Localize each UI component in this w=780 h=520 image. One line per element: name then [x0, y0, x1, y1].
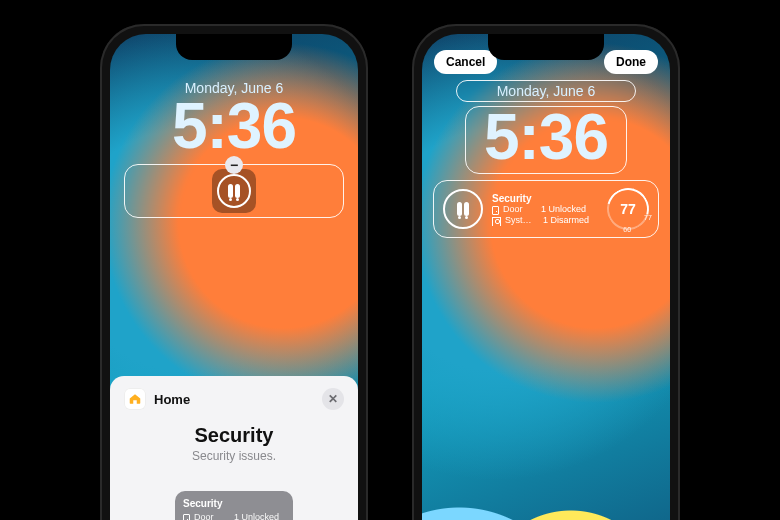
- remove-widget-button[interactable]: −: [225, 156, 243, 174]
- close-sheet-button[interactable]: ✕: [322, 388, 344, 410]
- lockscreen-date: Monday, June 6: [497, 83, 596, 99]
- airpods-widget[interactable]: [440, 186, 486, 232]
- system-icon: [492, 217, 501, 226]
- airpods-icon: [217, 174, 251, 208]
- weather-widget[interactable]: 77 60 77: [604, 185, 652, 233]
- airpods-widget[interactable]: [212, 169, 256, 213]
- phone-right: Cancel Done Monday, June 6 5:36 S: [412, 24, 680, 520]
- phone-left: Monday, June 6 5:36 − Ho: [100, 24, 368, 520]
- lockscreen-time: 5:36: [484, 105, 608, 169]
- sheet-app-name: Home: [154, 392, 190, 407]
- widget-picker-sheet: Home ✕ Security Security issues. Securit…: [110, 376, 358, 520]
- screen: Cancel Done Monday, June 6 5:36 S: [422, 34, 670, 520]
- cancel-button[interactable]: Cancel: [434, 50, 497, 74]
- security-widget[interactable]: Security Door 1 Unlocked Syst… 1 Disarme…: [492, 193, 598, 226]
- security-widget-preview[interactable]: Security Door 1 Unlocked Syst… 1 Disarme…: [175, 491, 293, 520]
- temperature-gauge-icon: 77 60 77: [599, 180, 656, 237]
- temperature-current: 77: [609, 190, 647, 228]
- security-widget-title: Security: [492, 193, 598, 204]
- temperature-high: 77: [644, 214, 652, 221]
- temperature-low: 60: [623, 226, 631, 233]
- date-edit-box[interactable]: Monday, June 6: [456, 80, 637, 102]
- notch: [488, 34, 604, 60]
- widget-row[interactable]: Security Door 1 Unlocked Syst… 1 Disarme…: [433, 180, 659, 238]
- widget-slot[interactable]: −: [124, 164, 344, 218]
- notch: [176, 34, 292, 60]
- sheet-subtitle: Security issues.: [124, 449, 344, 463]
- security-widget-title: Security: [183, 498, 285, 510]
- sheet-title: Security: [124, 424, 344, 447]
- door-icon: [183, 514, 190, 521]
- done-button[interactable]: Done: [604, 50, 658, 74]
- home-app-icon: [124, 388, 146, 410]
- door-icon: [492, 206, 499, 215]
- lockscreen-time: 5:36: [172, 94, 296, 158]
- time-edit-box[interactable]: 5:36: [465, 106, 627, 174]
- airpods-icon: [443, 189, 483, 229]
- security-row: Door 1 Unlocked: [183, 511, 285, 520]
- screen: Monday, June 6 5:36 − Ho: [110, 34, 358, 520]
